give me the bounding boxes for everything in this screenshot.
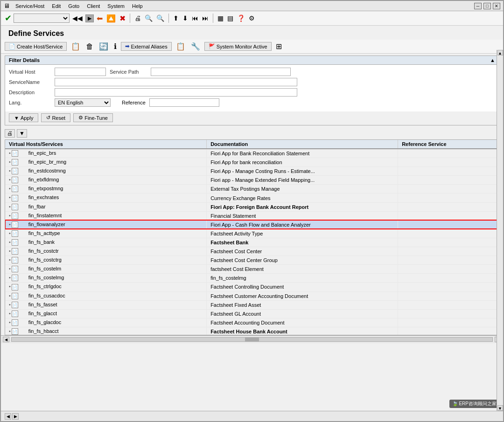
- filter-collapse-icon[interactable]: ▲: [490, 57, 495, 63]
- copy-button[interactable]: 📋: [70, 42, 82, 51]
- cell-ref: [398, 247, 499, 256]
- table-row[interactable]: •📄fin_fs_bankFactsheet Bank: [5, 238, 499, 247]
- list-button[interactable]: 📋: [175, 42, 187, 51]
- cancel-btn[interactable]: ✖: [119, 14, 126, 23]
- arrow-icon: ➡: [125, 43, 129, 49]
- forward-btn[interactable]: ▶: [85, 14, 94, 22]
- table-row[interactable]: •📄fin_etxpostmngExternal Tax Postings Ma…: [5, 185, 499, 194]
- table-row[interactable]: •📄fin_fs_acttypeFactsheet Activity Type: [5, 229, 499, 238]
- layout2-btn[interactable]: ▤: [226, 14, 234, 22]
- table-row[interactable]: •📄fin_fs_costelmfactsheet Cost Element: [5, 265, 499, 274]
- next-btn[interactable]: ⬇: [182, 14, 189, 22]
- menu-edit[interactable]: Edit: [52, 3, 61, 9]
- wrench-button[interactable]: 🔧: [189, 42, 202, 51]
- bullet-icon: •: [9, 150, 11, 156]
- h-scroll-left[interactable]: ◀: [3, 337, 9, 342]
- table-row[interactable]: •📄fin_fs_fassetFactsheet Fixed Asset: [5, 300, 499, 309]
- table-row[interactable]: •📄fin_flowanalyzerFiori App - Cash Flow …: [5, 220, 499, 229]
- delete-button[interactable]: 🗑: [84, 42, 95, 51]
- table-row[interactable]: •📄fin_fs_cusacdocFactsheet Customer Acco…: [5, 291, 499, 300]
- reference-label: Reference: [122, 100, 146, 105]
- scroll-down-button[interactable]: ▼: [497, 405, 503, 411]
- prev-btn[interactable]: ⬆: [172, 14, 180, 22]
- settings-btn[interactable]: ⚙: [248, 14, 256, 22]
- cell-service-name: •📄fin_fs_fasset: [5, 300, 207, 309]
- back-btn[interactable]: ◀◀: [71, 14, 84, 22]
- grid-button[interactable]: ⊞: [274, 42, 283, 51]
- minimize-button[interactable]: ─: [474, 3, 482, 9]
- table-row[interactable]: •📄fin_estdcostmngFiori App - Manage Cost…: [5, 167, 499, 176]
- last-btn[interactable]: ⏭: [201, 14, 210, 22]
- service-name-input[interactable]: [55, 78, 297, 86]
- menu-client[interactable]: Client: [87, 3, 100, 9]
- menu-goto[interactable]: Goto: [68, 3, 79, 9]
- service-name-text: fin_fs_glacdoc: [19, 319, 61, 325]
- external-aliases-button[interactable]: ➡ External Aliases: [121, 42, 171, 51]
- print-list-button[interactable]: 🖨: [5, 129, 15, 138]
- page-left-button[interactable]: ◀: [5, 413, 11, 420]
- description-input[interactable]: [55, 88, 297, 97]
- refresh-button[interactable]: 🔄: [98, 42, 110, 51]
- table-row[interactable]: •📄fin_fs_hbacctFactsheet House Bank Acco…: [5, 327, 499, 335]
- table-container[interactable]: Virtual Hosts/Services Documentation Ref…: [5, 139, 499, 335]
- right-scrollbar[interactable]: ▲ ▼: [497, 50, 503, 411]
- help-btn[interactable]: ❓: [236, 14, 246, 22]
- cell-ref: [398, 202, 499, 211]
- h-scroll-track[interactable]: [11, 337, 493, 342]
- bullet-icon: •: [9, 194, 11, 200]
- table-row[interactable]: •📄fin_fs_costctrgFactsheet Cost Center G…: [5, 256, 499, 265]
- lang-select[interactable]: EN English: [55, 98, 111, 107]
- table-row[interactable]: •📄fin_fs_glacctFactsheet GL Account: [5, 309, 499, 318]
- bullet-icon: •: [9, 293, 11, 298]
- print-down-button[interactable]: ▼: [17, 129, 27, 138]
- service-icon: 📄: [12, 168, 18, 174]
- apply-button[interactable]: ▼ Apply: [9, 113, 38, 122]
- filter-icon: ▼: [14, 115, 19, 121]
- flag-icon: 🚩: [209, 43, 215, 49]
- create-host-service-button[interactable]: 📄 Create Host/Service: [5, 42, 67, 51]
- first-btn[interactable]: ⏮: [191, 14, 199, 22]
- bottom-bar: ◀ ▶: [1, 411, 503, 421]
- service-name-text: fin_epic_br_mng: [19, 159, 66, 165]
- page-right-button[interactable]: ▶: [12, 413, 19, 420]
- service-icon: 📄: [12, 266, 18, 272]
- menu-system[interactable]: System: [107, 3, 125, 9]
- reset-button[interactable]: ↺ Reset: [41, 113, 70, 122]
- maximize-button[interactable]: □: [483, 3, 491, 9]
- table-row[interactable]: •📄fin_epic_br_mngFiori App for bank reco…: [5, 158, 499, 167]
- print-btn[interactable]: 🖨: [133, 14, 142, 22]
- menu-help[interactable]: Help: [132, 3, 143, 9]
- fine-tune-button[interactable]: ⚙ Fine-Tune: [73, 113, 113, 122]
- transaction-combo[interactable]: [14, 14, 70, 23]
- filter-row-2: ServiceName: [9, 78, 495, 86]
- table-row[interactable]: •📄fin_finstatemntFinancial Statement: [5, 211, 499, 220]
- nav-back-btn[interactable]: ⬅: [96, 14, 104, 23]
- system-monitor-button[interactable]: 🚩 System Monitor Active: [204, 42, 272, 51]
- table-row[interactable]: •📄fin_fs_glacdocFactsheet Accounting Doc…: [5, 318, 499, 327]
- cell-service-name: •📄fin_estdcostmng: [5, 167, 207, 176]
- service-name-text: fin_fs_glacct: [19, 311, 57, 316]
- table-row[interactable]: •📄fin_exchratesCurrency Exchange Rates: [5, 194, 499, 202]
- table-row[interactable]: •📄fin_etxfldmngFiori app - Manage Extend…: [5, 176, 499, 185]
- table-row[interactable]: •📄fin_fs_ctrlgdocFactsheet Controlling D…: [5, 283, 499, 291]
- table-row[interactable]: •📄fin_fs_costctrFactsheet Cost Center: [5, 247, 499, 256]
- service-name-text: fin_fs_bank: [19, 239, 55, 245]
- menu-service-host[interactable]: Service/Host: [15, 3, 44, 9]
- cell-service-name: •📄fin_etxfldmng: [5, 176, 207, 185]
- nav-up-btn[interactable]: 🔼: [105, 14, 117, 23]
- virtual-host-input[interactable]: [55, 68, 106, 76]
- h-scrollbar[interactable]: ◀ ▶: [1, 335, 503, 343]
- scroll-up-button[interactable]: ▲: [497, 50, 503, 55]
- check-icon[interactable]: ✔: [5, 13, 12, 23]
- find2-btn[interactable]: 🔍: [155, 14, 165, 22]
- close-button[interactable]: ✕: [493, 3, 500, 9]
- service-path-input[interactable]: [151, 68, 291, 76]
- table-row[interactable]: •📄fin_fbarFiori App: Foreign Bank Accoun…: [5, 202, 499, 211]
- cell-ref: [398, 167, 499, 176]
- info-button[interactable]: ℹ: [112, 42, 118, 51]
- find-btn[interactable]: 🔍: [144, 14, 154, 22]
- layout-btn[interactable]: ▦: [217, 14, 224, 22]
- reference-input[interactable]: [149, 98, 219, 107]
- table-row[interactable]: •📄fin_epic_brsFiori App for Bank Reconci…: [5, 149, 499, 158]
- table-row[interactable]: •📄fin_fs_costelmgfin_fs_costelmg: [5, 274, 499, 283]
